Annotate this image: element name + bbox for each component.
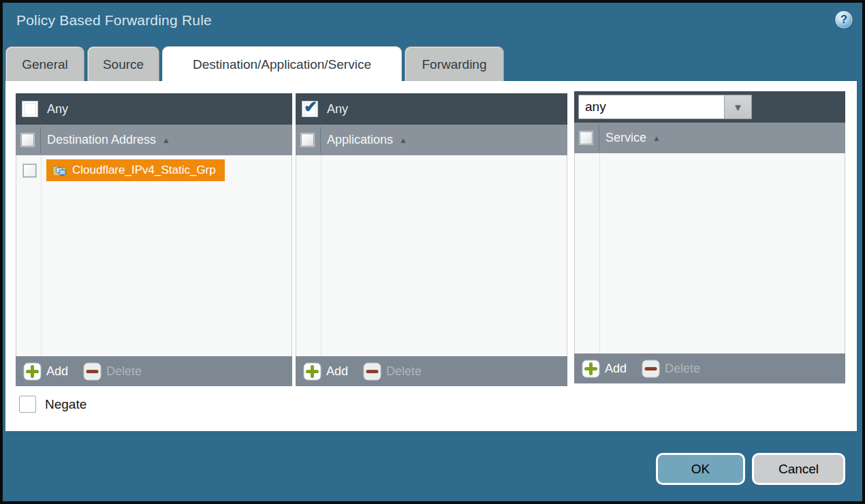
negate-row: Negate [19,396,86,413]
address-group-icon [52,164,67,176]
service-selector-bar: any ▼ [574,91,845,123]
service-dropdown-button[interactable]: ▼ [724,95,751,119]
add-icon [23,362,42,381]
tab-bar: General Source Destination/Application/S… [5,46,504,81]
tab-content-panel: ✔ Any Destination Address ▲ [5,81,857,431]
add-icon [582,360,600,378]
applications-column: ✔ Any Applications ▲ Add [296,93,567,386]
add-icon [303,362,321,381]
service-header-label: Service [606,131,646,145]
destination-delete-button[interactable]: Delete [83,362,142,381]
check-icon: ✔ [304,97,317,116]
destination-address-column-header[interactable]: Destination Address ▲ [16,125,292,155]
address-item-row: Cloudflare_IPv4_Static_Grp [16,159,292,182]
destination-add-button[interactable]: Add [23,362,68,381]
service-column-header[interactable]: Service ▲ [574,123,845,153]
negate-checkbox[interactable] [19,396,36,413]
destination-footer: Add Delete [16,356,292,386]
applications-any-label: Any [327,102,348,116]
service-dropdown[interactable]: any ▼ [578,95,752,119]
applications-list [296,155,567,356]
add-button-label: Add [46,364,68,379]
tab-source[interactable]: Source [87,46,159,81]
delete-icon [83,362,101,381]
applications-footer: Add Delete [296,356,567,386]
destination-any-bar: ✔ Any [16,93,292,125]
delete-button-label: Delete [386,364,422,379]
service-list [574,153,845,353]
service-dropdown-value: any [579,95,724,119]
destination-header-label: Destination Address [47,133,156,147]
delete-icon [363,362,381,381]
service-delete-button[interactable]: Delete [642,360,700,378]
pbf-rule-dialog: Policy Based Forwarding Rule ? General S… [0,0,865,504]
applications-column-header[interactable]: Applications ▲ [296,125,567,155]
add-button-label: Add [605,362,627,376]
cancel-button[interactable]: Cancel [752,453,845,485]
applications-add-button[interactable]: Add [303,362,348,381]
service-select-all-checkbox[interactable] [580,131,593,144]
ok-button[interactable]: OK [656,453,745,485]
destination-any-label: Any [47,102,68,116]
destination-column: ✔ Any Destination Address ▲ [16,93,292,386]
delete-button-label: Delete [665,362,700,376]
service-add-button[interactable]: Add [582,360,627,378]
delete-button-label: Delete [106,364,142,379]
sort-asc-icon[interactable]: ▲ [652,133,661,143]
add-button-label: Add [326,364,348,379]
applications-any-checkbox[interactable]: ✔ [302,101,318,117]
sort-asc-icon[interactable]: ▲ [399,136,407,145]
address-item-checkbox[interactable] [23,164,36,177]
address-item[interactable]: Cloudflare_IPv4_Static_Grp [46,159,225,181]
destination-list: Cloudflare_IPv4_Static_Grp [16,155,292,356]
help-icon[interactable]: ? [834,10,853,29]
tab-forwarding[interactable]: Forwarding [405,46,504,81]
service-column: any ▼ Service ▲ [574,91,845,383]
applications-delete-button[interactable]: Delete [363,362,422,381]
delete-icon [642,360,660,378]
applications-select-all-checkbox[interactable] [301,133,314,146]
applications-any-bar: ✔ Any [296,93,567,125]
negate-label: Negate [45,397,86,412]
help-glyph: ? [840,13,847,27]
sort-asc-icon[interactable]: ▲ [162,136,170,145]
tab-general[interactable]: General [5,46,84,81]
chevron-down-icon: ▼ [733,101,743,113]
tab-destination-application-service[interactable]: Destination/Application/Service [162,46,402,81]
destination-select-all-checkbox[interactable] [21,133,34,146]
service-footer: Add Delete [574,353,845,383]
applications-header-label: Applications [327,133,393,147]
destination-any-checkbox[interactable]: ✔ [22,101,38,117]
address-item-label: Cloudflare_IPv4_Static_Grp [72,163,216,177]
dialog-title: Policy Based Forwarding Rule [16,12,212,29]
